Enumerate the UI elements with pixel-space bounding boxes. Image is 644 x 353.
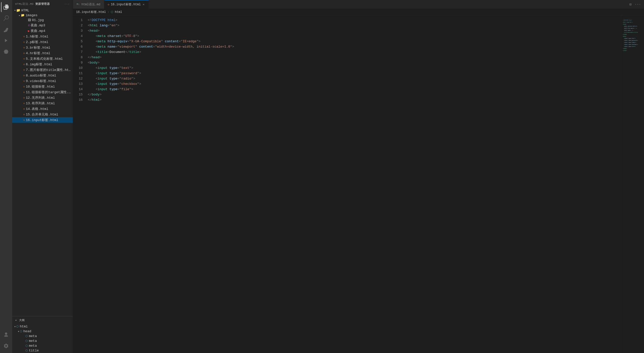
html-file-icon: ◇ bbox=[23, 57, 25, 60]
html-file-icon: ◇ bbox=[23, 107, 25, 110]
file-10link-label: 10.链接标签.html bbox=[26, 84, 55, 89]
file-9video[interactable]: ◇ 9.video标签.html bbox=[12, 78, 73, 84]
file-3br[interactable]: ◇ 3.br标签.html bbox=[12, 45, 73, 50]
video-file-icon: ▶ bbox=[28, 29, 30, 33]
svg-text:<meta name=...>: <meta name=...> bbox=[624, 30, 633, 31]
outline-html[interactable]: ▾ ⬡ html bbox=[12, 324, 73, 329]
more-actions-icon[interactable]: ··· bbox=[635, 2, 641, 6]
html-file-icon: ◇ bbox=[23, 35, 25, 38]
outline-title: 大纲 bbox=[19, 318, 25, 322]
activity-search[interactable] bbox=[1, 13, 11, 23]
html-file-icon: ◇ bbox=[23, 46, 25, 49]
svg-text:<meta charset="UTF-8">: <meta charset="UTF-8"> bbox=[624, 26, 638, 27]
tab-bar: M↓ html语法.md ◇ 16.input标签.html ✕ ⊡ ··· bbox=[73, 0, 644, 9]
activity-explorer[interactable] bbox=[1, 2, 11, 12]
html-file-icon: ◇ bbox=[23, 102, 25, 105]
html-file-icon: ◇ bbox=[108, 3, 110, 6]
svg-rect-0 bbox=[621, 15, 644, 91]
activity-git[interactable] bbox=[1, 24, 11, 34]
html-file-icon: ◇ bbox=[23, 63, 25, 66]
outline-meta1[interactable]: ⬡ meta bbox=[12, 334, 73, 339]
file-13ol[interactable]: ◇ 13.有序列表.html bbox=[12, 101, 73, 106]
explorer-title: 资源管理器 bbox=[35, 2, 63, 6]
folder-images[interactable]: ▸ 📁 images bbox=[12, 13, 73, 18]
chevron-down-icon: ▾ bbox=[14, 325, 16, 328]
tab-html-syntax[interactable]: M↓ html语法.md bbox=[73, 0, 104, 9]
file-11target[interactable]: ◇ 11.链接标签的target属性.html bbox=[12, 89, 73, 95]
explorer-more-icon[interactable]: ··· bbox=[64, 3, 70, 6]
breadcrumb-symbol[interactable]: html bbox=[115, 10, 122, 14]
minimap[interactable]: <!DOCTYPE html> <html lang="en"> <head> … bbox=[621, 15, 644, 353]
html-file-icon: ◇ bbox=[23, 41, 25, 44]
breadcrumb-file[interactable]: 16.input标签.html bbox=[76, 10, 106, 14]
tab-close-btn[interactable]: ✕ bbox=[142, 2, 145, 7]
outline-section: ▾ 大纲 ▾ ⬡ html ▾ ⬡ head ⬡ meta bbox=[12, 316, 73, 353]
outline-title-icon: ⬡ bbox=[25, 349, 28, 352]
file-mp4[interactable]: ▶ 夜曲.mp4 bbox=[12, 28, 73, 34]
svg-text:<title>Document</title>: <title>Document</title> bbox=[624, 32, 638, 33]
svg-text:<meta http-equiv=...>: <meta http-equiv=...> bbox=[624, 28, 637, 29]
split-editor-icon[interactable]: ⊡ bbox=[629, 2, 631, 7]
audio-file-icon: ♫ bbox=[28, 24, 30, 27]
svg-text:</body>: </body> bbox=[623, 48, 627, 49]
activity-run[interactable] bbox=[1, 35, 11, 46]
file-7title[interactable]: ◇ 7.图片标签的title属性.html bbox=[12, 67, 73, 73]
chevron-down-icon: ▾ bbox=[18, 330, 19, 333]
outline-meta-icon: ⬡ bbox=[25, 335, 28, 338]
breadcrumb-sep: › bbox=[108, 10, 109, 14]
outline-head[interactable]: ▾ ⬡ head bbox=[12, 329, 73, 334]
outline-meta2-label: meta bbox=[29, 339, 37, 343]
activity-bar bbox=[0, 0, 12, 353]
file-mp3[interactable]: ♫ 夜曲.mp3 bbox=[12, 23, 73, 28]
file-2p[interactable]: ◇ 2.p标签.html bbox=[12, 39, 73, 45]
file-1h[interactable]: ◇ 1.h标签.html bbox=[12, 34, 73, 39]
outline-meta1-label: meta bbox=[29, 334, 37, 338]
file-4hr[interactable]: ◇ 4.hr标签.html bbox=[12, 50, 73, 56]
code-content[interactable]: <!DOCTYPE html> <html lang="en"> <head> … bbox=[86, 17, 621, 353]
file-tree: ▾ 📁 HTML ▸ 📁 images 🖼 01.jpg ♫ bbox=[12, 8, 73, 316]
html-file-icon: ◇ bbox=[23, 119, 25, 122]
outline-header[interactable]: ▾ 大纲 bbox=[12, 316, 73, 324]
outline-meta2[interactable]: ⬡ meta bbox=[12, 339, 73, 343]
file-7title-label: 7.图片标签的title属性.html bbox=[26, 68, 71, 72]
breadcrumb: 16.input标签.html › ⬡ html bbox=[73, 9, 644, 15]
file-5text[interactable]: ◇ 5.文本格式化标签.html bbox=[12, 56, 73, 62]
activity-settings[interactable] bbox=[1, 341, 11, 351]
explorer-more-btn[interactable]: html语法.md bbox=[15, 2, 34, 6]
tab-input-label: 16.input标签.html bbox=[111, 2, 141, 7]
file-3br-label: 3.br标签.html bbox=[26, 45, 50, 50]
tab-input-tag[interactable]: ◇ 16.input标签.html ✕ bbox=[104, 0, 149, 9]
file-16input[interactable]: ◇ 16.input标签.html bbox=[12, 117, 73, 123]
chevron-down-icon: ▾ bbox=[15, 319, 17, 322]
html-file-icon: ◇ bbox=[23, 80, 25, 83]
html-file-icon: ◇ bbox=[23, 74, 25, 77]
outline-title[interactable]: ⬡ title bbox=[12, 348, 73, 353]
file-15merge-label: 15.合并单元格.html bbox=[26, 112, 58, 117]
file-12ul[interactable]: ◇ 12.无序列表.html bbox=[12, 95, 73, 101]
file-8audio[interactable]: ◇ 8.audio标签.html bbox=[12, 73, 73, 78]
outline-meta3[interactable]: ⬡ meta bbox=[12, 343, 73, 348]
file-14table-label: 14.表格.html bbox=[26, 107, 48, 111]
file-14table[interactable]: ◇ 14.表格.html bbox=[12, 106, 73, 112]
svg-text:<input type="radio">: <input type="radio"> bbox=[624, 42, 636, 43]
file-4hr-label: 4.hr标签.html bbox=[26, 51, 50, 55]
file-8audio-label: 8.audio标签.html bbox=[26, 73, 56, 78]
svg-text:</head>: </head> bbox=[623, 34, 627, 35]
activity-extensions[interactable] bbox=[1, 47, 11, 57]
file-01jpg[interactable]: 🖼 01.jpg bbox=[12, 18, 73, 23]
file-1h-label: 1.h标签.html bbox=[26, 34, 48, 39]
file-15merge[interactable]: ◇ 15.合并单元格.html bbox=[12, 112, 73, 117]
file-10link[interactable]: ◇ 10.链接标签.html bbox=[12, 84, 73, 89]
outline-head-label: head bbox=[23, 329, 31, 333]
outline-meta-icon: ⬡ bbox=[25, 344, 28, 347]
outline-html-label: html bbox=[20, 325, 28, 328]
file-6img[interactable]: ◇ 6.img标签.html bbox=[12, 62, 73, 67]
explorer-header[interactable]: html语法.md 资源管理器 ··· bbox=[12, 0, 73, 8]
activity-account[interactable] bbox=[1, 330, 11, 340]
html-file-icon: ◇ bbox=[23, 52, 25, 55]
file-5text-label: 5.文本格式化标签.html bbox=[26, 56, 63, 61]
folder-html[interactable]: ▾ 📁 HTML bbox=[12, 8, 73, 13]
tabs-container: M↓ html语法.md ◇ 16.input标签.html ✕ bbox=[73, 0, 626, 9]
svg-text:<!DOCTYPE html>: <!DOCTYPE html> bbox=[623, 19, 632, 21]
code-editor[interactable]: 1 2 3 4 5 6 7 8 9 10 11 12 13 14 15 16 bbox=[73, 15, 621, 353]
